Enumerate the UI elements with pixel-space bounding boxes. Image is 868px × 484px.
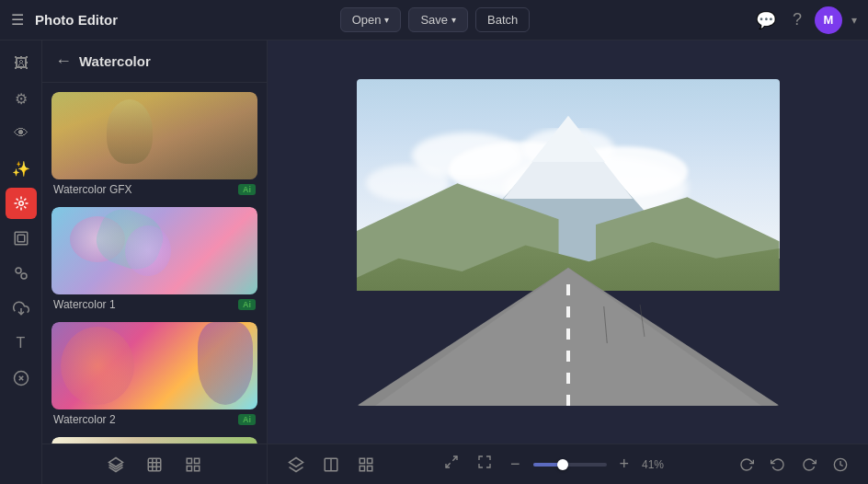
rotate-cw-button[interactable] <box>734 454 760 476</box>
bottom-right-tools <box>734 454 853 476</box>
main-area: 🖼 ⚙ 👁 ✨ <box>0 40 868 484</box>
zoom-knob[interactable] <box>557 459 568 470</box>
back-button[interactable]: ← <box>55 52 72 71</box>
preset-thumb-gfx <box>51 92 257 179</box>
svg-marker-13 <box>290 457 303 467</box>
preset-item-3[interactable]: Watercolor 3 Ai <box>51 437 257 444</box>
sidebar-item-image[interactable]: 🖼 <box>6 48 37 79</box>
sidebar-item-effects[interactable]: ✨ <box>6 153 37 184</box>
zoom-percentage: 41% <box>642 458 675 471</box>
ai-badge-1: Ai <box>238 299 256 310</box>
panel-footer <box>42 444 267 484</box>
presets-panel: ← Watercolor Watercolor GFX Ai <box>42 40 268 484</box>
preset-label-2: Watercolor 2 Ai <box>51 409 257 428</box>
help-icon[interactable]: ? <box>789 6 805 33</box>
grid-icon-panel[interactable] <box>179 453 207 477</box>
svg-rect-9 <box>187 458 191 463</box>
preset-thumb-2 <box>51 322 257 409</box>
actual-size-button[interactable] <box>472 453 497 476</box>
preset-thumb-3 <box>51 437 257 444</box>
ai-badge-2: Ai <box>238 414 256 425</box>
menu-icon[interactable]: ☰ <box>11 11 24 29</box>
svg-rect-2 <box>17 235 25 242</box>
sidebar-item-frames[interactable] <box>6 223 37 254</box>
grid-view-button[interactable] <box>352 453 380 477</box>
sidebar-item-objects[interactable] <box>6 258 37 289</box>
avatar-chevron-icon: ▾ <box>851 14 857 27</box>
chevron-down-icon: ▾ <box>384 15 389 25</box>
canvas-main <box>268 40 868 444</box>
svg-point-4 <box>21 273 27 279</box>
preset-item-gfx[interactable]: Watercolor GFX Ai <box>51 92 257 198</box>
frames-icon-panel[interactable] <box>141 453 168 477</box>
sparkle-icon <box>13 195 29 212</box>
svg-rect-11 <box>187 466 191 470</box>
preset-thumb-1 <box>51 207 257 294</box>
svg-rect-19 <box>368 466 372 470</box>
svg-rect-1 <box>15 232 28 245</box>
preset-item-1[interactable]: Watercolor 1 Ai <box>51 207 257 313</box>
canvas-area: − + 41% <box>268 40 868 484</box>
sidebar-item-adjustments[interactable]: ⚙ <box>6 83 37 114</box>
svg-line-21 <box>446 463 451 467</box>
topbar-right: 💬 ? M ▾ <box>752 6 857 34</box>
avatar[interactable]: M <box>815 6 842 34</box>
preset-label-1: Watercolor 1 Ai <box>51 294 257 313</box>
ai-badge-gfx: Ai <box>238 184 256 195</box>
topbar: ☰ Photo Editor Open ▾ Save ▾ Batch 💬 ? M… <box>0 0 868 40</box>
objects-icon <box>13 265 29 282</box>
layers-button[interactable] <box>282 453 310 477</box>
svg-rect-8 <box>148 458 161 471</box>
sidebar-item-mask[interactable] <box>6 363 37 394</box>
sidebar-item-export[interactable] <box>6 293 37 324</box>
svg-rect-16 <box>360 458 364 463</box>
svg-point-0 <box>18 202 23 206</box>
open-button[interactable]: Open ▾ <box>340 7 402 32</box>
svg-rect-18 <box>360 466 364 470</box>
history-button[interactable] <box>828 454 853 476</box>
zoom-controls: − + 41% <box>439 453 675 476</box>
undo-button[interactable] <box>765 454 791 476</box>
chevron-down-icon: ▾ <box>451 15 456 25</box>
redo-button[interactable] <box>796 454 822 476</box>
preset-grid: Watercolor GFX Ai Watercolor 1 <box>51 92 257 444</box>
main-canvas-image <box>357 79 780 406</box>
mask-icon <box>13 370 29 386</box>
icon-sidebar: 🖼 ⚙ 👁 ✨ <box>0 40 42 484</box>
zoom-slider[interactable] <box>533 463 607 467</box>
sidebar-item-text[interactable]: T <box>6 328 37 359</box>
save-button[interactable]: Save ▾ <box>408 7 468 32</box>
sidebar-item-ai-effects[interactable] <box>6 188 37 219</box>
svg-rect-10 <box>195 458 200 463</box>
svg-line-20 <box>452 456 457 461</box>
layers-icon-panel[interactable] <box>102 453 130 477</box>
fit-screen-button[interactable] <box>439 453 464 476</box>
compare-button[interactable] <box>317 453 345 477</box>
app-title: Photo Editor <box>35 12 118 28</box>
road-layer <box>357 282 780 406</box>
bottom-bar: − + 41% <box>268 444 868 484</box>
zoom-in-button[interactable]: + <box>614 453 635 476</box>
bottom-left-tools <box>282 453 380 477</box>
panel-header: ← Watercolor <box>42 40 267 83</box>
panel-title: Watercolor <box>79 53 151 69</box>
panel-content: Watercolor GFX Ai Watercolor 1 <box>42 83 267 444</box>
batch-button[interactable]: Batch <box>475 7 530 32</box>
svg-rect-12 <box>195 466 200 470</box>
sidebar-item-preview[interactable]: 👁 <box>6 118 37 149</box>
frame-icon <box>13 230 29 247</box>
comment-icon[interactable]: 💬 <box>752 6 780 34</box>
export-icon <box>13 300 29 317</box>
svg-point-3 <box>16 268 21 273</box>
zoom-out-button[interactable]: − <box>505 453 526 476</box>
preset-label-gfx: Watercolor GFX Ai <box>51 179 257 198</box>
svg-rect-17 <box>368 458 372 463</box>
preset-item-2[interactable]: Watercolor 2 Ai <box>51 322 257 428</box>
